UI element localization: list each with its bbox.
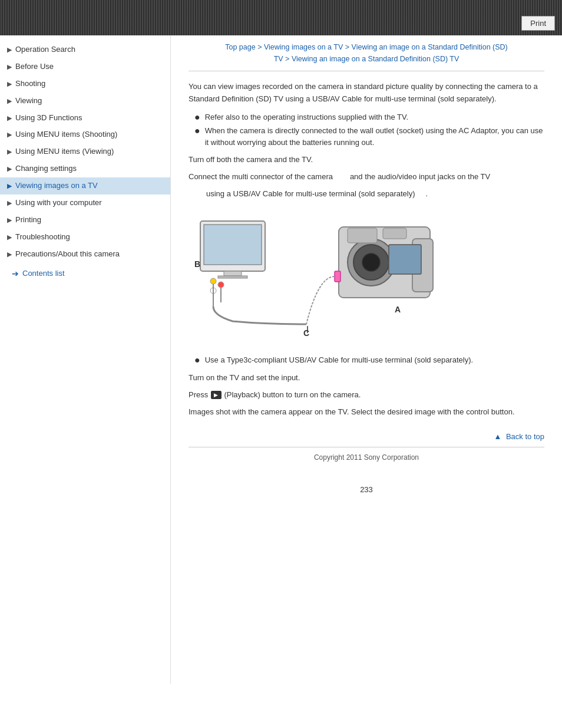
copyright-text: Copyright 2011 Sony Corporation <box>314 453 419 462</box>
svg-point-6 <box>218 282 224 288</box>
step2-indent-text: using a USB/AV Cable for multi-use termi… <box>189 188 544 200</box>
svg-rect-18 <box>348 228 377 243</box>
step2-indent: using a USB/AV Cable for multi-use termi… <box>206 189 415 198</box>
sidebar-item-4[interactable]: ▶Using 3D Functions <box>0 110 170 127</box>
sidebar-item-label-3: Viewing <box>15 96 164 106</box>
sidebar-item-3[interactable]: ▶Viewing <box>0 93 170 110</box>
breadcrumb-sd-tv-1[interactable]: Viewing an image on a Standard Definitio… <box>352 43 508 51</box>
breadcrumb-top-page[interactable]: Top page <box>225 43 255 51</box>
arrow-right-icon: ➔ <box>12 269 19 278</box>
sidebar-item-12[interactable]: ▶Precautions/About this camera <box>0 246 170 263</box>
sidebar-item-6[interactable]: ▶Using MENU items (Viewing) <box>0 143 170 160</box>
playback-icon <box>211 391 222 399</box>
sidebar-arrow-icon-3: ▶ <box>7 97 12 105</box>
sidebar-item-label-7: Changing settings <box>15 164 164 174</box>
divider <box>189 71 544 71</box>
step1-text: Turn off both the camera and the TV. <box>189 154 544 166</box>
bullet-dot-1: ● <box>194 113 200 122</box>
page-number: 233 <box>189 485 544 494</box>
sidebar-arrow-icon-11: ▶ <box>7 233 12 241</box>
sidebar-item-11[interactable]: ▶Troubleshooting <box>0 229 170 246</box>
svg-text:B: B <box>194 259 200 269</box>
step2-suffix: and the audio/video input jacks on the T… <box>350 172 490 181</box>
footer-bar: Copyright 2011 Sony Corporation <box>189 447 544 467</box>
sidebar-arrow-icon-10: ▶ <box>7 216 12 224</box>
sidebar-item-label-4: Using 3D Functions <box>15 113 164 123</box>
sidebar-item-2[interactable]: ▶Shooting <box>0 75 170 93</box>
sidebar-arrow-icon-1: ▶ <box>7 62 12 71</box>
step3-text: Use a Type3c-compliant USB/AV Cable for … <box>205 354 473 366</box>
main-layout: ▶Operation Search▶Before Use▶Shooting▶Vi… <box>0 35 562 684</box>
sidebar-item-label-0: Operation Search <box>15 45 164 55</box>
bullet-item-1: ● Refer also to the operating instructio… <box>194 111 544 123</box>
sidebar-item-10[interactable]: ▶Printing <box>0 212 170 229</box>
sidebar-item-9[interactable]: ▶Using with your computer <box>0 195 170 212</box>
back-to-top-link[interactable]: ▲ Back to top <box>189 430 544 441</box>
step2-text: Connect the multi connector of the camer… <box>189 171 544 183</box>
svg-rect-3 <box>218 276 247 278</box>
svg-point-5 <box>210 278 216 284</box>
svg-point-17 <box>362 253 380 271</box>
svg-rect-1 <box>204 225 262 265</box>
breadcrumb: Top page > Viewing images on a TV > View… <box>189 41 544 65</box>
sidebar-item-label-8: Viewing images on a TV <box>15 181 164 191</box>
sidebar-arrow-icon-9: ▶ <box>7 199 12 207</box>
intro-text: You can view images recorded on the came… <box>189 81 544 106</box>
sidebar-item-label-2: Shooting <box>15 79 164 89</box>
contents-list-label: Contents list <box>22 269 65 278</box>
sidebar-item-label-5: Using MENU items (Shooting) <box>15 130 164 140</box>
sidebar-arrow-icon-6: ▶ <box>7 147 12 156</box>
step3-bullet: ● Use a Type3c-compliant USB/AV Cable fo… <box>194 354 544 366</box>
sidebar-item-5[interactable]: ▶Using MENU items (Shooting) <box>0 126 170 143</box>
content-area: Top page > Viewing images on a TV > View… <box>171 35 562 684</box>
svg-rect-20 <box>389 245 421 274</box>
sidebar-item-1[interactable]: ▶Before Use <box>0 58 170 75</box>
sidebar-item-label-10: Printing <box>15 215 164 225</box>
sidebar-item-label-6: Using MENU items (Viewing) <box>15 147 164 157</box>
breadcrumb-viewing-tv[interactable]: Viewing images on a TV <box>264 43 343 51</box>
sidebar-arrow-icon-2: ▶ <box>7 80 12 88</box>
svg-rect-21 <box>335 271 340 282</box>
step5-text: Press (Playback) button to turn on the c… <box>189 389 544 401</box>
step2-space1 <box>335 172 348 181</box>
bullet-item-2: ● When the camera is directly connected … <box>194 125 544 148</box>
sidebar-arrow-icon-0: ▶ <box>7 45 12 54</box>
print-button[interactable]: Print <box>521 16 555 31</box>
connection-diagram: B C <box>189 209 436 345</box>
bullet-text-2: When the camera is directly connected to… <box>205 125 544 148</box>
bullet-dot-2: ● <box>194 126 200 136</box>
diagram-area: B C <box>189 209 544 345</box>
sidebar-item-7[interactable]: ▶Changing settings <box>0 160 170 177</box>
sidebar-item-label-11: Troubleshooting <box>15 232 164 242</box>
back-to-top-label: Back to top <box>506 432 544 441</box>
sidebar-arrow-icon-7: ▶ <box>7 164 12 173</box>
sidebar-arrow-icon-4: ▶ <box>7 114 12 122</box>
step4-text: Turn on the TV and set the input. <box>189 372 544 384</box>
sidebar-arrow-icon-8: ▶ <box>7 182 12 190</box>
step5-middle: (Playback) button to turn on the camera. <box>224 390 361 399</box>
bullet-list: ● Refer also to the operating instructio… <box>194 111 544 149</box>
svg-rect-2 <box>224 271 242 276</box>
sidebar-item-label-1: Before Use <box>15 62 164 72</box>
contents-list-link[interactable]: ➔ Contents list <box>0 263 170 282</box>
sidebar-item-8[interactable]: ▶Viewing images on a TV <box>0 177 170 195</box>
breadcrumb-line2: TV > Viewing an image on a Standard Defi… <box>274 55 459 63</box>
svg-text:C: C <box>303 328 309 338</box>
svg-rect-19 <box>383 228 406 239</box>
bullet-text-1: Refer also to the operating instructions… <box>205 111 408 123</box>
step5-next-text: Images shot with the camera appear on th… <box>189 406 544 419</box>
step2-prefix: Connect the multi connector of the camer… <box>189 172 333 181</box>
step3-dot: ● <box>194 355 200 365</box>
breadcrumb-line1: Top page > Viewing images on a TV > View… <box>225 43 508 51</box>
step3-item: ● Use a Type3c-compliant USB/AV Cable fo… <box>194 354 544 366</box>
sidebar-item-label-9: Using with your computer <box>15 198 164 208</box>
svg-text:A: A <box>395 305 401 314</box>
step5-prefix: Press <box>189 390 208 399</box>
sidebar-item-0[interactable]: ▶Operation Search <box>0 41 170 58</box>
breadcrumb-sd-tv-2[interactable]: TV > Viewing an image on a Standard Defi… <box>274 55 459 63</box>
sidebar-arrow-icon-5: ▶ <box>7 130 12 139</box>
header-bar: Print <box>0 0 562 35</box>
sidebar-arrow-icon-12: ▶ <box>7 250 12 258</box>
sidebar: ▶Operation Search▶Before Use▶Shooting▶Vi… <box>0 35 171 684</box>
sidebar-item-label-12: Precautions/About this camera <box>15 249 164 259</box>
